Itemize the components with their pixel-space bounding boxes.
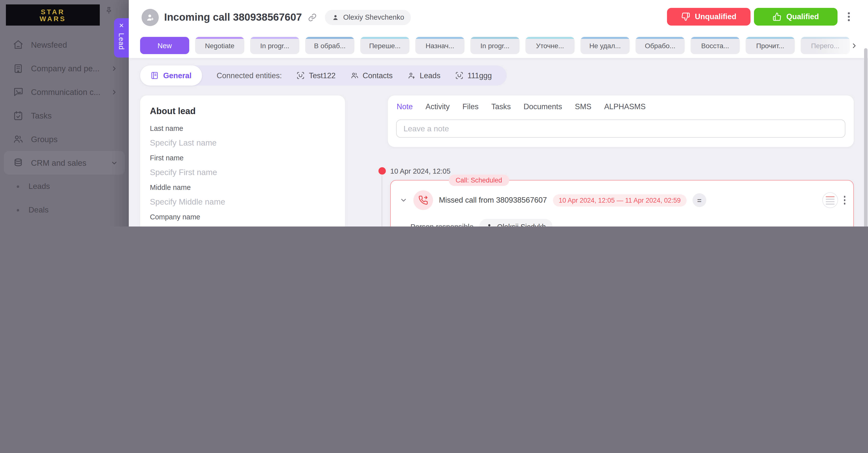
- sidebar-item-company-and-people[interactable]: Company and pe...: [0, 57, 129, 80]
- lead-panel: Incoming call 380938567607 Olexiy Shevch…: [129, 0, 868, 227]
- stage-chip[interactable]: Negotiate: [195, 37, 244, 54]
- details-button[interactable]: =: [692, 193, 706, 207]
- bullet-icon: [17, 209, 19, 211]
- sidebar-item-communication[interactable]: Communication c...: [0, 80, 129, 104]
- chevron-right-icon: [111, 88, 118, 96]
- call-scheduled-badge: Call: Scheduled: [449, 175, 509, 186]
- person-responsible-row: Person responsible Oleksii Siedykh: [410, 219, 845, 227]
- pin-icon[interactable]: [105, 6, 113, 15]
- sidebar-item-newsfeed[interactable]: Newsfeed: [0, 33, 129, 57]
- person-responsible-label: Person responsible: [410, 222, 473, 227]
- tab-test122[interactable]: Test122: [297, 71, 336, 80]
- sidebar-item-tasks[interactable]: Tasks: [0, 104, 129, 128]
- field-last-name[interactable]: Last name Specify Last name: [150, 123, 335, 148]
- chevron-down-icon[interactable]: [400, 196, 407, 204]
- composer-card: Note Activity Files Tasks Documents SMS …: [388, 95, 854, 147]
- call-date-range: 10 Apr 2024, 12:05 — 11 Apr 2024, 02:59: [553, 194, 686, 206]
- bullet-icon: [17, 185, 19, 188]
- stage-chip[interactable]: Восста...: [690, 37, 740, 54]
- link-icon[interactable]: [308, 13, 316, 21]
- qualified-label: Qualified: [786, 12, 819, 21]
- missed-call-icon: [413, 190, 433, 210]
- pipeline-stages: New Negotiate In progr... В обраб... Пер…: [140, 37, 850, 54]
- qualified-button[interactable]: Qualified: [754, 8, 838, 26]
- calendar-check-icon: [13, 110, 24, 121]
- thumbs-up-icon: [773, 12, 781, 21]
- lead-tab-label: Lead: [118, 33, 125, 50]
- sidebar-item-label: CRM and sales: [31, 158, 87, 168]
- connected-entities-label: Connected entities:: [217, 71, 282, 80]
- field-middle-name[interactable]: Middle name Specify Middle name: [150, 182, 335, 207]
- stage-chip[interactable]: Переше...: [360, 37, 409, 54]
- app-viewport: STAR WARS Newsfeed Company and pe... Com…: [0, 0, 868, 227]
- header-kebab-menu[interactable]: [848, 12, 849, 21]
- stage-chip[interactable]: Обрабо...: [636, 37, 685, 54]
- sidebar-subitem-deals[interactable]: Deals: [0, 198, 129, 222]
- owner-name: Olexiy Shevchenko: [343, 13, 404, 21]
- tab-tasks[interactable]: Tasks: [491, 102, 511, 111]
- entity-tabs: General Connected entities: Test122 Cont…: [140, 65, 506, 86]
- tab-sms[interactable]: SMS: [575, 102, 591, 111]
- tab-general-label: General: [163, 71, 191, 80]
- person-icon: [486, 223, 493, 227]
- timeline-rail: [381, 175, 382, 227]
- database-icon: [13, 158, 24, 168]
- logo-line2: WARS: [39, 15, 66, 22]
- sidebar-subitem-contacts[interactable]: Contacts: [0, 222, 129, 227]
- scan-icon: [297, 71, 305, 80]
- person-responsible-chip[interactable]: Oleksii Siedykh: [479, 219, 552, 227]
- person-icon: [332, 13, 339, 21]
- sidebar-item-label: Newsfeed: [31, 40, 67, 50]
- panel-header: Incoming call 380938567607 Olexiy Shevch…: [129, 0, 868, 58]
- scheduled-call-card: Call: Scheduled Missed call from 3809385…: [390, 180, 854, 227]
- tab-files[interactable]: Files: [463, 102, 478, 111]
- stage-chip[interactable]: Назнач...: [415, 37, 464, 54]
- stage-chip[interactable]: Не удал...: [581, 37, 630, 54]
- about-lead-title: About lead: [150, 106, 335, 117]
- call-title: Missed call from 380938567607: [439, 196, 547, 205]
- stages-scroll-right[interactable]: [850, 42, 858, 50]
- title-row: Incoming call 380938567607 Olexiy Shevch…: [142, 8, 411, 26]
- preview-thumbnail[interactable]: [822, 192, 838, 208]
- note-input[interactable]: [396, 119, 845, 138]
- lead-panel-tab[interactable]: × Lead: [114, 18, 129, 58]
- tab-note[interactable]: Note: [397, 102, 413, 111]
- tab-111ggg[interactable]: 111ggg: [455, 71, 492, 80]
- thumbs-down-icon: [681, 12, 690, 21]
- tab-documents[interactable]: Documents: [523, 102, 562, 111]
- stage-chip[interactable]: Прочит...: [746, 37, 795, 54]
- stage-chip[interactable]: В обраб...: [305, 37, 354, 54]
- tab-activity[interactable]: Activity: [426, 102, 450, 111]
- stage-chip-new[interactable]: New: [140, 37, 189, 54]
- page-scrollbar[interactable]: [864, 48, 868, 227]
- workspace-logo[interactable]: STAR WARS: [6, 4, 100, 26]
- sidebar-item-label: Communication c...: [31, 87, 100, 97]
- owner-pill[interactable]: Olexiy Shevchenko: [325, 9, 411, 25]
- building-icon: [13, 63, 24, 74]
- stage-chip[interactable]: Уточне...: [525, 37, 575, 54]
- tab-contacts[interactable]: Contacts: [350, 71, 393, 80]
- tab-alphasms[interactable]: ALPHASMS: [604, 102, 646, 111]
- stage-chip[interactable]: In progr...: [470, 37, 520, 54]
- sidebar-item-groups[interactable]: Groups: [0, 128, 129, 151]
- sidebar-item-label: Tasks: [31, 111, 52, 120]
- timeline-date: 10 Apr 2024, 12:05: [390, 167, 451, 175]
- page-title: Incoming call 380938567607: [164, 11, 302, 23]
- sidebar-subitem-leads[interactable]: Leads: [0, 175, 129, 198]
- lead-avatar: [142, 9, 159, 26]
- logo-line1: STAR: [41, 8, 65, 15]
- unqualified-button[interactable]: Unqualified: [667, 8, 750, 26]
- field-first-name[interactable]: First name Specify First name: [150, 153, 335, 178]
- stage-chip[interactable]: In progr...: [250, 37, 299, 54]
- tab-general[interactable]: General: [140, 65, 202, 86]
- composer-tabs: Note Activity Files Tasks Documents SMS …: [397, 102, 845, 111]
- field-company-name[interactable]: Company name Specify Company name: [150, 212, 335, 227]
- card-kebab-menu[interactable]: [844, 196, 845, 205]
- stage-chip[interactable]: Перего...: [801, 37, 850, 54]
- sidebar-item-crm-and-sales[interactable]: CRM and sales: [4, 151, 125, 175]
- close-icon[interactable]: ×: [119, 22, 124, 29]
- tab-leads[interactable]: Leads: [407, 71, 440, 80]
- sidebar-nav: Newsfeed Company and pe... Communication…: [0, 33, 129, 227]
- sidebar-subitem-label: Leads: [29, 182, 50, 191]
- people-icon: [13, 134, 24, 145]
